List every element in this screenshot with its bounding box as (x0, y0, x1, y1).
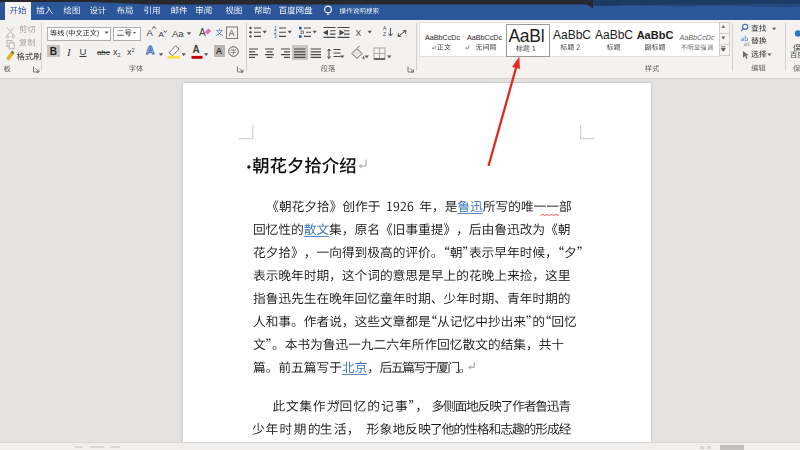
svg-text:3: 3 (274, 34, 277, 39)
